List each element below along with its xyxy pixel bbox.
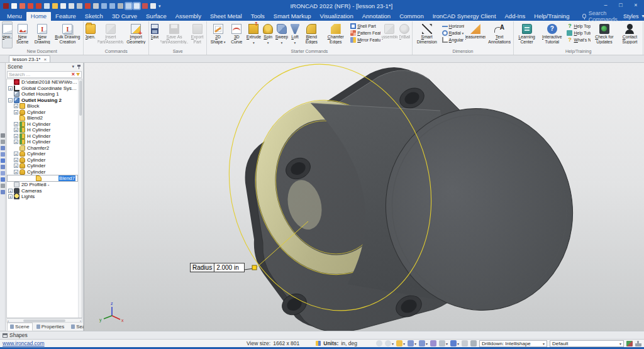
scene-cube-icon[interactable]: ▾ bbox=[450, 340, 459, 346]
command-search[interactable]: Search Commands... bbox=[582, 10, 623, 23]
expand-icon[interactable]: + bbox=[14, 128, 18, 132]
tree-item-cylinder[interactable]: +Cylinder bbox=[7, 109, 78, 116]
ribbon-button-measurement[interactable]: Measurement bbox=[465, 21, 486, 48]
ribbon-button-radial[interactable]: Radial bbox=[442, 30, 463, 36]
qat-more-icon[interactable]: ▾ bbox=[158, 3, 161, 9]
ribbon-button-2d-shape[interactable]: 2D Shape bbox=[208, 21, 228, 48]
tree-item-cylinder[interactable]: +Cylinder bbox=[7, 163, 78, 169]
close-icon[interactable]: × bbox=[629, 1, 643, 10]
tree-item-chamfer2[interactable]: Chamfer2 bbox=[7, 145, 78, 152]
scrollbar-thumb[interactable] bbox=[79, 80, 82, 116]
ribbon-button-check-for-updates[interactable]: Check for Updates bbox=[591, 21, 618, 48]
menu-tab-assembly[interactable]: Assembly bbox=[171, 12, 206, 21]
catalog-strip-icon-1[interactable] bbox=[1, 140, 5, 144]
styles-button[interactable]: Styles bbox=[623, 13, 639, 19]
catalog-strip[interactable] bbox=[0, 63, 6, 331]
pin-icon[interactable] bbox=[77, 64, 81, 70]
stereo-view-icon[interactable]: ▾ bbox=[439, 340, 448, 346]
tree-item-d-data-2018-new-word-tech-net[interactable]: D:\data\2018 NEW\Word\TECH-NET... bbox=[7, 79, 78, 86]
minimize-icon[interactable]: – bbox=[599, 1, 613, 10]
ribbon-button-open[interactable]: Open... bbox=[85, 21, 96, 48]
bulk-drawing-icon[interactable] bbox=[36, 3, 42, 9]
catalog-tool-icon[interactable] bbox=[142, 3, 148, 9]
menu-tab-help-training[interactable]: Help/Training bbox=[530, 12, 574, 21]
scrollbar-thumb[interactable] bbox=[23, 319, 66, 322]
ribbon-button-export-part[interactable]: Export Part bbox=[189, 21, 205, 48]
ribbon-button-triball[interactable]: TriBall bbox=[399, 21, 411, 48]
tree-item-block[interactable]: +Block bbox=[7, 103, 78, 109]
ironcad-link[interactable]: www.ironcad.com bbox=[3, 340, 45, 346]
shapes-tab[interactable]: Shapes bbox=[9, 332, 28, 338]
ribbon-button-horizontal[interactable]: Horizontal bbox=[442, 23, 463, 29]
redo-icon[interactable] bbox=[109, 3, 115, 9]
catalog-strip-icon-6[interactable] bbox=[1, 171, 5, 175]
tree-item-h-cylinder[interactable]: +H Cylinder bbox=[7, 139, 78, 145]
ribbon-button-import-geometry[interactable]: Import Geometry bbox=[125, 21, 147, 48]
tree-item-blend7[interactable]: Blend7 bbox=[7, 175, 78, 182]
camera-anchor-icon[interactable]: ▾ bbox=[419, 340, 428, 346]
expand-icon[interactable]: + bbox=[14, 140, 18, 144]
tree-item-cameras[interactable]: +Cameras bbox=[7, 188, 78, 194]
ribbon-button-help-topics[interactable]: Help Topics... bbox=[567, 23, 589, 29]
catalog-strip-icon-5[interactable] bbox=[1, 165, 5, 169]
expand-icon[interactable]: + bbox=[14, 134, 18, 138]
new-file-icon[interactable] bbox=[11, 3, 17, 9]
ribbon-button-help-tutorials[interactable]: Help Tutorials bbox=[567, 30, 589, 36]
document-tab[interactable]: lesson 23-1* × bbox=[9, 55, 50, 62]
panel-dropdown-icon[interactable]: ▾ bbox=[72, 64, 74, 69]
insert-image-icon[interactable] bbox=[44, 3, 50, 9]
tree-item-outlet-housing-2[interactable]: −Outlet Housing 2 bbox=[7, 97, 78, 104]
tree-item-h-cylinder[interactable]: +H Cylinder bbox=[7, 133, 78, 140]
ribbon-button-shell-part[interactable]: Shell Part bbox=[350, 23, 379, 29]
disabled-tool-icon[interactable] bbox=[93, 3, 99, 9]
expand-icon[interactable]: + bbox=[8, 86, 13, 91]
list-view-icon[interactable] bbox=[150, 3, 156, 9]
zoom-extent-icon[interactable]: ▾ bbox=[385, 340, 394, 346]
menu-tab-visualization[interactable]: Visualization bbox=[316, 12, 358, 21]
open-icon[interactable] bbox=[52, 3, 58, 9]
render-wireframe-icon[interactable]: ▾ bbox=[408, 340, 416, 346]
ribbon-button-chamfer-edges[interactable]: Chamfer Edges bbox=[323, 21, 348, 48]
menu-tab-add-ins[interactable]: Add-Ins bbox=[501, 12, 530, 21]
catalog-strip-icon-2[interactable] bbox=[1, 146, 5, 150]
menu-tab-home[interactable]: Home bbox=[26, 12, 51, 21]
tree-item-blend2[interactable]: Blend2 bbox=[7, 115, 78, 121]
properties-toggle-icon[interactable] bbox=[134, 3, 140, 9]
zoom-icon[interactable] bbox=[376, 340, 382, 346]
menu-tab-smart-markup[interactable]: Smart Markup bbox=[269, 12, 316, 21]
menu-tab-surface[interactable]: Surface bbox=[142, 12, 171, 21]
tab-close-icon[interactable]: × bbox=[43, 57, 47, 62]
tree-item-cylinder[interactable]: +Cylinder bbox=[7, 151, 78, 157]
tree-item-global-coordinate-system[interactable]: +Global Coordinate System bbox=[7, 86, 78, 92]
new-drawing-icon[interactable] bbox=[28, 3, 33, 9]
ribbon-button-bulk-drawing-creation[interactable]: Bulk Drawing Creation bbox=[53, 21, 82, 48]
filter-icon[interactable] bbox=[76, 73, 80, 76]
ribbon-button-spin[interactable]: Spin bbox=[262, 21, 274, 48]
3d-model-canvas[interactable]: z x y bbox=[84, 63, 643, 331]
catalog-strip-icon-7[interactable] bbox=[1, 177, 5, 182]
ribbon-button-new-drawing[interactable]: New Drawing bbox=[32, 21, 53, 48]
ribbon-button-angular[interactable]: Angular bbox=[442, 37, 463, 43]
ribbon-button-pattern-feature[interactable]: Pattern Feature bbox=[350, 30, 379, 36]
ribbon-button-blend-edges[interactable]: Blend Edges bbox=[301, 21, 322, 48]
ribbon-button-learning-center[interactable]: Learning Center bbox=[515, 21, 538, 48]
ribbon-button-new[interactable]: New... bbox=[2, 21, 13, 48]
menu-tab-ironcad-synergy-client[interactable]: IronCAD Synergy Client bbox=[428, 12, 501, 21]
drilldown-select[interactable]: Drilldown: Intellishape▾ bbox=[479, 340, 547, 347]
expand-icon[interactable]: + bbox=[14, 163, 18, 168]
wireframe-toggle-icon[interactable] bbox=[126, 3, 131, 9]
tree-item-cylinder[interactable]: +Cylinder bbox=[7, 169, 78, 175]
ribbon-button-mirror-feature[interactable]: Mirror Feature bbox=[350, 37, 379, 43]
scroll-right-icon[interactable]: › bbox=[80, 319, 81, 323]
shapes-panel-icon[interactable] bbox=[3, 333, 8, 338]
ribbon-button-extrude[interactable]: Extrude bbox=[246, 21, 262, 48]
menu-tab-sketch[interactable]: Sketch bbox=[80, 12, 108, 21]
print-icon[interactable] bbox=[77, 3, 82, 9]
radius-value-input[interactable]: 2.000 in bbox=[214, 263, 245, 272]
expand-icon[interactable]: + bbox=[14, 110, 18, 114]
ribbon-button-what-s-new[interactable]: What's New bbox=[567, 37, 589, 43]
menu-tab-annotation[interactable]: Annotation bbox=[358, 12, 395, 21]
ribbon-button-assemble[interactable]: Assemble bbox=[381, 21, 398, 48]
viewport[interactable]: z x y Radius 2.000 in bbox=[84, 63, 644, 331]
catalog-strip-icon-4[interactable] bbox=[1, 158, 5, 163]
